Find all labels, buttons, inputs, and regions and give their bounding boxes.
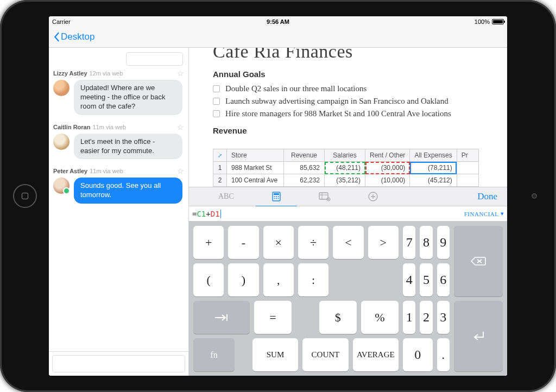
cell[interactable]: 100 Central Ave [227,174,284,187]
col-header[interactable]: Rent / Other [365,149,410,162]
row-number[interactable]: 1 [213,162,227,174]
screen: Carrier 9:56 AM 100% Desktop Lizz [49,16,507,376]
col-header[interactable]: All Expenses [410,149,457,162]
battery-icon [492,19,504,24]
key-colon[interactable]: : [298,263,328,296]
svg-rect-1 [274,193,279,195]
formula-op: + [206,210,210,218]
formula-bar[interactable]: =C1+D1 FINANCIAL▾ [189,206,507,222]
cell[interactable] [457,162,478,174]
message-meta: 11m via web [90,168,123,174]
key-comma[interactable]: , [263,263,294,296]
formula-eq: = [192,210,197,218]
key-7[interactable]: 7 [403,226,415,259]
avatar[interactable] [53,80,70,96]
cell[interactable] [457,174,478,187]
key-lparen[interactable]: ( [193,263,224,296]
checkbox[interactable] [213,98,220,105]
key-tab[interactable] [193,301,250,334]
key-multiply[interactable]: × [263,226,294,259]
cell[interactable]: (35,212) [325,174,365,187]
key-8[interactable]: 8 [420,226,432,259]
tab-table[interactable] [317,187,333,206]
financial-dropdown[interactable]: FINANCIAL▾ [464,210,504,217]
star-icon[interactable]: ☆ [177,123,184,131]
home-button[interactable] [13,184,37,208]
message-item[interactable]: Lizzy Astley 12m via web ☆ Updated! Wher… [49,66,188,119]
done-button[interactable]: Done [467,191,507,202]
checkbox[interactable] [213,110,220,117]
message-bubble: Updated! Where are we meeting - the offi… [74,80,182,115]
tab-add[interactable] [365,187,381,206]
key-4[interactable]: 4 [403,263,415,296]
key-rparen[interactable]: ) [228,263,258,296]
key-3[interactable]: 3 [437,301,450,334]
back-button[interactable]: Desktop [53,31,94,42]
compose-bar [49,351,188,376]
front-camera [532,193,537,199]
messages-list[interactable]: Lizzy Astley 12m via web ☆ Updated! Wher… [49,66,188,351]
star-icon[interactable]: ☆ [177,167,184,175]
cell[interactable]: (45,212) [410,174,457,187]
key-greater-than[interactable]: > [368,226,399,259]
key-enter[interactable] [454,301,503,371]
col-header[interactable]: Revenue [284,149,325,162]
sidebar-toolbar[interactable] [126,52,183,66]
key-2[interactable]: 2 [420,301,432,334]
key-0[interactable]: 0 [403,338,433,371]
cell-selected-d1[interactable]: (30,000) [365,162,410,174]
cell-active[interactable]: (78,211) [410,162,457,174]
checkbox[interactable] [213,85,220,92]
spreadsheet[interactable]: ⤢ Store Revenue Salaries Rent / Other Al… [213,149,507,187]
key-dollar[interactable]: $ [319,301,357,334]
table-row[interactable]: 1 988 Market St 85,632 (48,211) (30,000)… [213,162,479,174]
message-item[interactable]: Peter Astley 11m via web ☆ Sounds good. … [49,163,188,208]
cell-selected-c1[interactable]: (48,211) [325,162,365,174]
cell[interactable]: (10,000) [365,174,410,187]
key-5[interactable]: 5 [420,263,432,296]
sheet-corner[interactable]: ⤢ [213,149,227,162]
key-count[interactable]: COUNT [302,338,348,371]
col-header[interactable]: Salaries [325,149,365,162]
avatar[interactable] [53,134,70,150]
chevron-left-icon [53,32,60,42]
cell[interactable]: 988 Market St [227,162,284,174]
key-1[interactable]: 1 [403,301,415,334]
tab-calculator[interactable] [269,187,284,206]
avatar[interactable] [53,178,70,194]
row-number[interactable]: 2 [213,174,227,187]
key-6[interactable]: 6 [437,263,450,296]
calculator-icon [271,191,282,202]
key-minus[interactable]: - [228,226,258,259]
key-less-than[interactable]: < [333,226,363,259]
cell[interactable]: 62,232 [284,174,325,187]
tab-abc[interactable]: ABC [216,188,236,205]
key-plus[interactable]: + [193,226,224,259]
key-9[interactable]: 9 [437,226,450,259]
table-row[interactable]: 2 100 Central Ave 62,232 (35,212) (10,00… [213,174,479,187]
key-equals[interactable]: = [254,301,292,334]
key-backspace[interactable] [454,226,503,296]
svg-point-7 [277,198,279,199]
star-icon[interactable]: ☆ [177,69,184,78]
nav-bar: Desktop [49,26,507,48]
key-fn[interactable]: fn [193,338,235,371]
goal-item: Double Q2 sales in our three mall locati… [225,84,367,93]
enter-icon [471,330,485,343]
key-sum[interactable]: SUM [252,338,298,371]
cell[interactable]: 85,632 [284,162,325,174]
message-item[interactable]: Caitlin Roran 11m via web ☆ Let's meet i… [49,119,188,164]
svg-point-4 [277,196,279,197]
col-header[interactable]: Store [227,149,284,162]
document-pane[interactable]: Cafe Ria Finances Annual Goals Double Q2… [189,48,507,376]
goals-list: Double Q2 sales in our three mall locati… [213,84,483,118]
key-percent[interactable]: % [361,301,399,334]
col-header[interactable]: Pr [457,149,478,162]
key-decimal[interactable]: . [437,338,450,371]
formula-keyboard: + - × ÷ < > ( ) , : [189,222,507,376]
message-bubble: Let's meet in the office - easier for my… [74,134,182,160]
key-average[interactable]: AVERAGE [353,338,399,371]
compose-input[interactable] [52,355,185,372]
key-divide[interactable]: ÷ [298,226,328,259]
back-label: Desktop [61,31,94,42]
